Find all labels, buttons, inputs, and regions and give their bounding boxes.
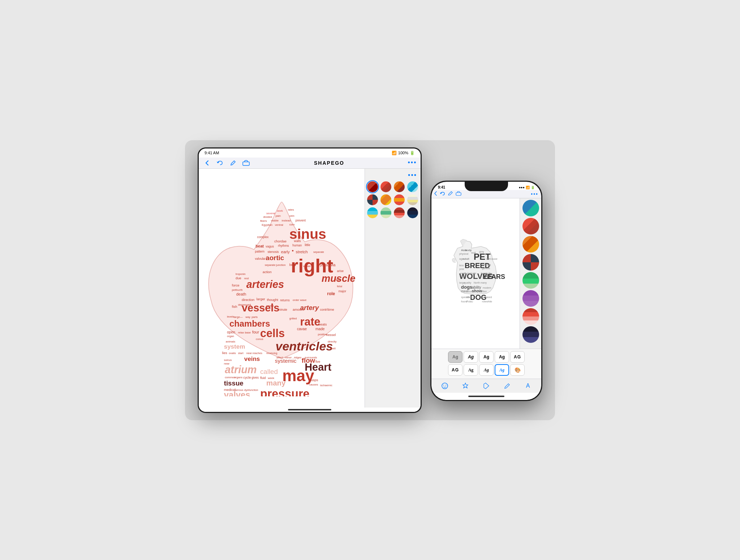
svg-text:cells: cells — [260, 327, 285, 339]
color-swatch-6[interactable] — [380, 194, 391, 205]
iphone-toolbox-button[interactable] — [456, 191, 461, 197]
iphone-swatch-6[interactable] — [522, 290, 539, 307]
svg-text:cusps: cusps — [309, 378, 318, 382]
svg-text:litter: litter — [481, 290, 487, 293]
text-color-icon[interactable]: A — [522, 380, 533, 391]
svg-text:well: well — [331, 347, 336, 350]
heart-wordcloud: several work rates divided pain vein fib… — [199, 180, 365, 396]
more-options-button[interactable]: ••• — [408, 159, 416, 167]
color-swatch-11[interactable] — [394, 207, 405, 218]
face-icon[interactable] — [439, 380, 450, 391]
iphone-color-panel — [520, 198, 541, 349]
svg-text:valvular: valvular — [255, 257, 266, 260]
svg-text:pattern: pattern — [255, 250, 265, 253]
svg-rect-144 — [456, 193, 461, 195]
ipad-battery-icon: 🔋 — [410, 151, 415, 155]
color-swatch-8[interactable] — [407, 194, 418, 205]
svg-text:gives: gives — [251, 376, 259, 379]
color-swatch-2[interactable] — [380, 181, 391, 192]
font-btn-ag-block[interactable]: AG — [448, 364, 462, 376]
svg-text:cycle: cycle — [243, 376, 251, 379]
svg-text:action: action — [263, 270, 272, 274]
font-btn-palette[interactable]: 🎨 — [510, 364, 525, 376]
panel-more-button[interactable]: ••• — [408, 172, 417, 179]
color-swatch-12[interactable] — [407, 207, 418, 218]
color-swatch-3[interactable] — [394, 181, 405, 192]
svg-text:year: year — [459, 268, 464, 271]
iphone-back-button[interactable] — [434, 191, 437, 197]
back-button[interactable] — [203, 159, 211, 167]
label-icon[interactable] — [481, 380, 492, 391]
font-btn-ag-selected[interactable]: Ag — [495, 364, 509, 376]
undo-button[interactable] — [216, 159, 224, 167]
pencil-button[interactable] — [229, 159, 237, 167]
svg-text:ischaemic: ischaemic — [320, 384, 332, 387]
svg-text:visible: visible — [271, 219, 279, 222]
iphone-swatch-1[interactable] — [522, 200, 539, 216]
font-btn-ag-gray[interactable]: Ag — [448, 351, 462, 363]
color-swatch-7[interactable] — [394, 194, 405, 205]
ipad-home-indicator — [199, 408, 421, 412]
svg-text:called: called — [260, 368, 278, 375]
svg-text:reaches: reaches — [253, 352, 262, 355]
font-btn-ag-serif[interactable]: Ag — [464, 351, 478, 363]
svg-text:stenosis: stenosis — [267, 250, 279, 254]
svg-point-186 — [446, 385, 446, 385]
svg-text:YEARS: YEARS — [483, 273, 505, 280]
svg-text:adult: adult — [463, 257, 469, 260]
iphone-more-button[interactable]: ••• — [531, 191, 538, 197]
iphone-canvas[interactable]: Asia body physical wolf grey PET age adu… — [431, 198, 520, 349]
iphone-undo-button[interactable] — [440, 191, 445, 197]
color-swatch-5[interactable] — [367, 194, 378, 205]
font-btn-ag-caps[interactable]: AG — [510, 351, 525, 363]
svg-text:major: major — [339, 289, 346, 293]
iphone-swatch-7[interactable] — [522, 308, 539, 325]
ipad-battery: 100% — [398, 151, 408, 155]
ipad-canvas[interactable]: several work rates divided pain vein fib… — [199, 169, 365, 408]
svg-text:positive: positive — [318, 333, 327, 336]
svg-text:digit: digit — [335, 278, 341, 281]
svg-text:pain: pain — [276, 214, 281, 217]
pencil-draw-icon[interactable] — [502, 380, 513, 391]
svg-text:minute: minute — [278, 308, 287, 311]
font-btn-ag-sans[interactable]: Ag — [479, 351, 494, 363]
iphone-swatch-5[interactable] — [522, 272, 539, 289]
color-swatch-1[interactable] — [367, 181, 378, 192]
svg-text:due: due — [236, 276, 241, 280]
svg-text:fluid: fluid — [260, 376, 266, 380]
iphone-swatch-3[interactable] — [522, 236, 539, 253]
svg-text:vessel: vessel — [326, 333, 336, 337]
font-btn-ag-script[interactable]: Ag — [479, 364, 494, 376]
iphone-pencil-button[interactable] — [448, 191, 453, 197]
color-swatch-4[interactable] — [407, 181, 418, 192]
iphone-swatch-8[interactable] — [522, 326, 539, 343]
font-btn-ag-handwriting[interactable]: Ag — [464, 364, 478, 376]
svg-text:corn: corn — [289, 223, 295, 226]
svg-text:several: several — [266, 212, 275, 215]
svg-text:parts: parts — [251, 315, 258, 319]
color-swatch-9[interactable] — [367, 207, 378, 218]
svg-text:depressed: depressed — [238, 303, 251, 306]
svg-text:human: human — [292, 244, 302, 247]
svg-text:less: less — [459, 264, 464, 267]
svg-text:rhythms: rhythms — [278, 244, 289, 247]
svg-text:returns: returns — [280, 298, 289, 302]
svg-text:dogs: dogs — [461, 284, 472, 290]
svg-text:increased: increased — [481, 296, 492, 298]
toolbox-button[interactable] — [242, 159, 250, 167]
svg-text:many: many — [481, 281, 487, 284]
svg-text:beat: beat — [255, 244, 264, 248]
svg-text:cavae: cavae — [297, 327, 307, 331]
font-btn-ag-bold[interactable]: Ag — [495, 351, 509, 363]
svg-text:pressure: pressure — [260, 387, 309, 396]
svg-text:conus: conus — [256, 338, 263, 341]
svg-text:organ: organ — [227, 335, 234, 338]
iphone-swatch-4[interactable] — [522, 254, 539, 271]
svg-text:many: many — [266, 379, 286, 387]
svg-text:causes: causes — [309, 383, 318, 386]
iphone-swatch-2[interactable] — [522, 218, 539, 234]
svg-text:animals: animals — [226, 340, 236, 343]
star-icon[interactable] — [460, 380, 471, 391]
color-swatch-10[interactable] — [380, 207, 391, 218]
svg-text:troponin: troponin — [236, 272, 246, 276]
